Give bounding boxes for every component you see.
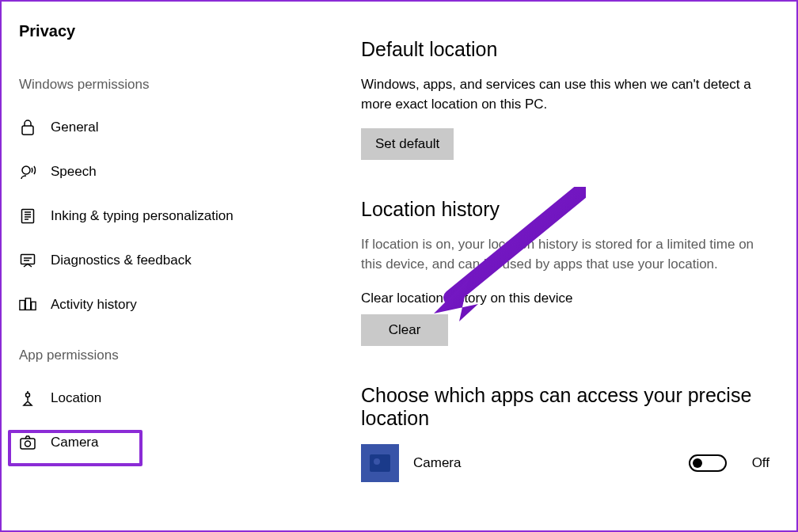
app-tile-camera-icon [361,444,399,482]
feedback-icon [19,252,36,269]
heading-choose-apps: Choose which apps can access your precis… [361,384,770,430]
sidebar-item-label: Speech [51,164,97,180]
camera-icon [19,434,36,451]
content-pane: Default location Windows, apps, and serv… [334,2,796,530]
svg-point-1 [22,166,30,174]
toggle-knob [693,458,702,468]
sidebar-item-label: Inking & typing personalization [51,208,234,224]
svg-rect-0 [22,126,33,135]
sidebar-item-location[interactable]: Location [2,376,334,420]
lock-icon [19,119,36,136]
svg-rect-6 [32,302,36,310]
svg-point-9 [25,441,31,446]
speech-icon [19,163,36,180]
svg-rect-2 [22,210,34,223]
clear-button[interactable]: Clear [361,314,448,346]
page-title: Privacy [2,11,334,56]
heading-default-location: Default location [361,38,770,61]
svg-rect-4 [20,301,25,310]
svg-rect-3 [21,255,35,264]
sidebar-item-label: Diagnostics & feedback [51,253,192,268]
app-label: Camera [413,455,674,471]
camera-toggle-state: Off [752,455,770,471]
section-header-windows-permissions: Windows permissions [2,56,334,105]
sidebar-item-label: Activity history [51,297,137,313]
sidebar: Privacy Windows permissions General Spee… [2,2,334,530]
activity-icon [19,296,36,314]
sidebar-item-camera[interactable]: Camera [2,420,334,465]
sidebar-item-inking[interactable]: Inking & typing personalization [2,194,334,238]
location-history-description: If location is on, your location history… [361,235,770,274]
clear-history-label: Clear location history on this device [361,291,770,306]
sidebar-item-label: Camera [51,435,98,450]
svg-point-7 [26,393,30,397]
default-location-description: Windows, apps, and services can use this… [361,75,770,114]
sidebar-item-general[interactable]: General [2,105,334,150]
sidebar-item-activity[interactable]: Activity history [2,283,334,327]
sidebar-item-speech[interactable]: Speech [2,150,334,194]
svg-rect-5 [25,298,30,310]
set-default-button[interactable]: Set default [361,128,454,160]
sidebar-item-label: General [51,120,98,135]
inking-icon [19,207,36,225]
svg-rect-8 [21,439,35,449]
sidebar-item-label: Location [51,390,101,406]
location-icon [19,390,36,407]
camera-toggle[interactable] [689,454,727,472]
app-row-camera: Camera Off [361,444,770,482]
heading-location-history: Location history [361,198,770,221]
section-header-app-permissions: App permissions [2,327,334,376]
sidebar-item-diagnostics[interactable]: Diagnostics & feedback [2,238,334,283]
